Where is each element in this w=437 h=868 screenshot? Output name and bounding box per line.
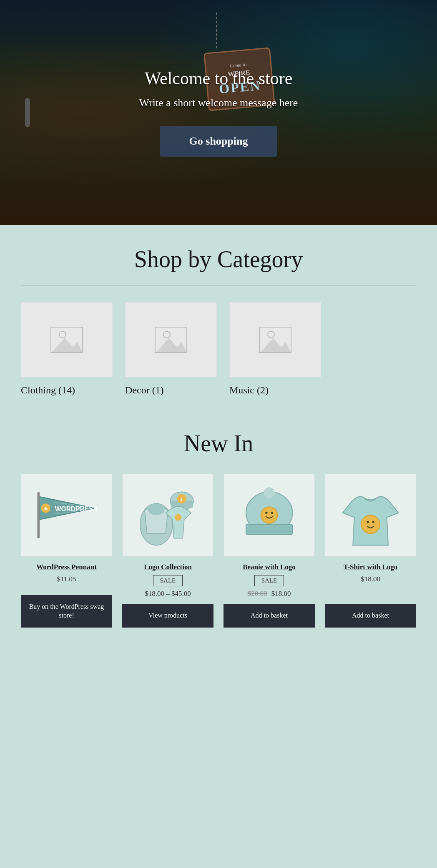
svg-point-27 <box>265 512 268 514</box>
buy-wordpress-pennant-button[interactable]: Buy on the WordPress swag store! <box>21 595 112 628</box>
product-card-logo-collection: :) Logo Collection SALE $18.00 – $45.00 … <box>122 473 213 628</box>
products-grid: WORDPRESS ★ WordPress Pennant $11.05 Buy… <box>21 473 416 628</box>
pennant-illustration: WORDPRESS ★ <box>26 478 107 552</box>
logo-collection-illustration: :) <box>127 478 208 552</box>
product-price-beanie-with-logo: $20.00 $18.00 <box>224 590 315 598</box>
svg-point-4 <box>163 331 170 338</box>
svg-rect-10 <box>37 492 40 538</box>
svg-point-17 <box>148 504 165 515</box>
svg-rect-24 <box>246 524 292 535</box>
placeholder-image-icon-clothing <box>50 326 83 353</box>
product-name-wordpress-pennant: WordPress Pennant <box>21 563 112 572</box>
category-grid: Clothing (14) Decor (1) Mu <box>21 302 416 397</box>
svg-text::): :) <box>179 497 182 502</box>
svg-marker-8 <box>261 338 291 352</box>
svg-text:★: ★ <box>43 505 48 512</box>
placeholder-image-icon-decor <box>154 326 188 353</box>
tshirt-illustration <box>330 478 411 552</box>
category-image-music <box>229 302 321 377</box>
category-label-clothing: Clothing (14) <box>21 384 113 397</box>
svg-point-1 <box>59 331 66 338</box>
product-sale-price-beanie: $18.00 <box>271 590 291 598</box>
section-divider <box>21 285 416 285</box>
product-price-tshirt-with-logo: $18.00 <box>325 575 416 583</box>
new-in-title: New In <box>21 422 416 473</box>
product-card-tshirt-with-logo: T-Shirt with Logo $18.00 Add to basket <box>325 473 416 628</box>
hero-title: Welcome to the store <box>145 68 293 88</box>
svg-point-31 <box>361 515 380 534</box>
product-price-wordpress-pennant: $11.05 <box>21 575 112 583</box>
category-image-decor <box>125 302 217 377</box>
svg-marker-5 <box>156 338 187 352</box>
placeholder-image-icon-music <box>259 326 292 353</box>
beanie-illustration <box>229 478 310 552</box>
product-price-logo-collection: $18.00 – $45.00 <box>122 590 213 598</box>
category-label-decor: Decor (1) <box>125 384 217 397</box>
sale-badge-beanie: SALE <box>254 575 284 586</box>
svg-text:WORDPRESS: WORDPRESS <box>55 505 98 513</box>
category-label-music: Music (2) <box>229 384 321 397</box>
product-name-tshirt-with-logo: T-Shirt with Logo <box>325 563 416 572</box>
product-image-logo-collection: :) <box>122 473 213 557</box>
svg-point-33 <box>372 521 374 523</box>
category-item-clothing[interactable]: Clothing (14) <box>21 302 113 397</box>
shop-by-category-title: Shop by Category <box>21 225 416 285</box>
go-shopping-button[interactable]: Go shopping <box>160 126 277 157</box>
category-item-music[interactable]: Music (2) <box>229 302 321 397</box>
svg-point-22 <box>175 514 181 521</box>
svg-point-25 <box>264 487 275 498</box>
product-name-beanie-with-logo: Beanie with Logo <box>224 563 315 572</box>
hero-subtitle: Write a short welcome message here <box>139 97 298 109</box>
hero-content: Welcome to the store Write a short welco… <box>0 0 437 225</box>
product-image-tshirt-with-logo <box>325 473 416 557</box>
product-name-logo-collection: Logo Collection <box>122 563 213 572</box>
svg-point-28 <box>271 512 273 514</box>
svg-point-32 <box>367 521 369 523</box>
product-image-wordpress-pennant: WORDPRESS ★ <box>21 473 112 557</box>
product-card-beanie-with-logo: Beanie with Logo SALE $20.00 $18.00 Add … <box>224 473 315 628</box>
product-card-wordpress-pennant: WORDPRESS ★ WordPress Pennant $11.05 Buy… <box>21 473 112 628</box>
product-original-price-beanie: $20.00 <box>248 590 267 598</box>
hero-section: Come in WE'RE OPEN Welcome to the store … <box>0 0 437 225</box>
product-image-beanie-with-logo <box>224 473 315 557</box>
main-content: Shop by Category Clothing (14) <box>0 225 437 644</box>
add-to-basket-tshirt-button[interactable]: Add to basket <box>325 604 416 628</box>
category-item-decor[interactable]: Decor (1) <box>125 302 217 397</box>
svg-marker-2 <box>52 338 83 352</box>
svg-point-26 <box>261 507 277 523</box>
svg-point-7 <box>268 331 274 338</box>
category-image-clothing <box>21 302 113 377</box>
add-to-basket-beanie-button[interactable]: Add to basket <box>224 604 315 628</box>
sale-badge-logo-collection: SALE <box>153 575 183 586</box>
view-products-logo-collection-button[interactable]: View products <box>122 604 213 628</box>
